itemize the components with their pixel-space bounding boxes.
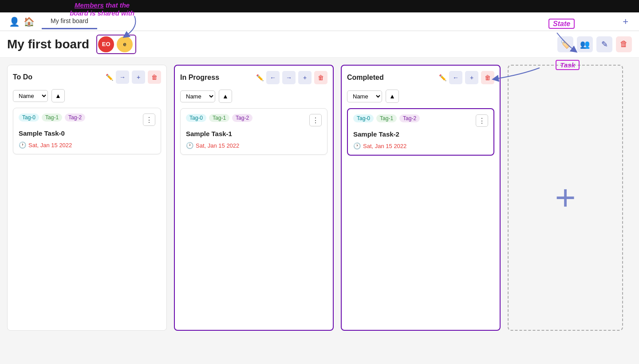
column-inprogress-sort-dir-button[interactable]: ▲ <box>219 90 232 103</box>
edit-board-button[interactable]: ✎ <box>596 36 612 52</box>
top-bar <box>0 0 639 12</box>
task-card-2-date: 🕐 Sat, Jan 15 2022 <box>353 142 488 149</box>
task-card-2-date-text: Sat, Jan 15 2022 <box>363 143 406 149</box>
column-todo-sort-dir-button[interactable]: ▲ <box>51 89 65 102</box>
tag-0-label-2: Tag-0 <box>353 114 374 122</box>
column-completed-title: Completed <box>347 74 436 82</box>
task-card-0: Tag-0 Tag-1 Tag-2 ⋮ Sample Task-0 🕐 Sat,… <box>13 108 161 154</box>
task-card-2-tags: Tag-0 Tag-1 Tag-2 <box>353 114 476 122</box>
column-todo-header: To Do ✏️ → + 🗑 <box>13 70 161 84</box>
column-todo-title: To Do <box>13 73 103 81</box>
tag-0-label: Tag-0 <box>19 114 39 121</box>
clock-icon-0: 🕐 <box>19 141 26 149</box>
task-card-2: Tag-0 Tag-1 Tag-2 ⋮ Sample Task-2 🕐 Sat,… <box>347 108 494 156</box>
task-card-1-title: Sample Task-1 <box>186 130 322 137</box>
column-completed-sort-dir-button[interactable]: ▲ <box>386 90 399 103</box>
task-card-1-date-text: Sat, Jan 15 2022 <box>196 142 239 149</box>
members-button[interactable]: 👥 <box>577 36 593 52</box>
user-icon[interactable]: 👤 <box>9 16 20 27</box>
board-tab[interactable]: My first board <box>42 14 97 29</box>
task-card-1-menu-button[interactable]: ⋮ <box>309 114 322 126</box>
column-inprogress-edit-icon[interactable]: ✏️ <box>256 74 264 81</box>
column-completed-move-left-button[interactable]: ← <box>449 71 462 84</box>
tag-2-label-2: Tag-2 <box>399 114 420 122</box>
column-todo-edit-icon[interactable]: ✏️ <box>106 74 113 81</box>
home-icon[interactable]: 🏠 <box>24 16 35 27</box>
task-card-1-header: Tag-0 Tag-1 Tag-2 ⋮ <box>186 114 322 126</box>
task-card-0-date: 🕐 Sat, Jan 15 2022 <box>19 141 155 149</box>
column-inprogress-move-right-button[interactable]: → <box>282 71 296 84</box>
delete-board-button[interactable]: 🗑 <box>616 36 632 52</box>
task-card-1-date: 🕐 Sat, Jan 15 2022 <box>186 142 322 149</box>
column-todo-move-right-button[interactable]: → <box>116 70 129 84</box>
tag-1-label-2: Tag-1 <box>376 114 397 122</box>
page-wrapper: 👤 🏠 My first board + My first board Memb… <box>0 0 639 364</box>
task-card-0-date-text: Sat, Jan 15 2022 <box>28 142 72 149</box>
column-completed-header: Completed ✏️ ← + 🗑 <box>347 71 494 84</box>
column-completed-sort-row: Name Date Priority ▲ <box>347 90 494 103</box>
column-todo: To Do ✏️ → + 🗑 Name Date Priority ▲ Tag-… <box>7 65 167 331</box>
column-todo-sort-select[interactable]: Name Date Priority <box>13 90 48 102</box>
tags-button[interactable]: 🏷️ <box>557 36 573 52</box>
task-card-0-tags: Tag-0 Tag-1 Tag-2 <box>19 114 143 121</box>
task-card-1: Tag-0 Tag-1 Tag-2 ⋮ Sample Task-1 🕐 Sat,… <box>180 108 327 155</box>
task-card-2-title: Sample Task-2 <box>353 130 488 138</box>
column-inprogress-sort-select[interactable]: Name Date Priority <box>180 90 215 102</box>
board-area: To Do ✏️ → + 🗑 Name Date Priority ▲ Tag-… <box>0 58 639 364</box>
add-column-area[interactable]: + <box>508 65 623 331</box>
column-completed: Task Completed ✏️ ← + 🗑 <box>341 65 501 331</box>
tag-1-label-1: Tag-1 <box>209 114 229 122</box>
column-inprogress-delete-button[interactable]: 🗑 <box>314 71 327 84</box>
task-card-2-menu-button[interactable]: ⋮ <box>476 114 488 127</box>
header-actions: 🏷️ 👥 ✎ 🗑 <box>557 36 632 52</box>
add-board-button[interactable]: + <box>617 16 634 27</box>
clock-icon-2: 🕐 <box>353 142 361 149</box>
avatar-e[interactable]: e <box>117 36 133 52</box>
avatar-eo[interactable]: EO <box>98 36 114 52</box>
tag-2-label: Tag-2 <box>65 114 85 121</box>
add-column-plus-icon: + <box>555 180 576 215</box>
task-card-0-title: Sample Task-0 <box>19 129 155 137</box>
column-completed-sort-select[interactable]: Name Date Priority <box>347 90 382 102</box>
tag-2-label-1: Tag-2 <box>232 114 252 122</box>
main-header: My first board Members that theboard is … <box>0 31 639 58</box>
column-completed-add-button[interactable]: + <box>465 71 478 84</box>
task-card-2-header: Tag-0 Tag-1 Tag-2 ⋮ <box>353 114 488 127</box>
column-todo-sort-row: Name Date Priority ▲ <box>13 89 161 102</box>
task-card-0-header: Tag-0 Tag-1 Tag-2 ⋮ <box>19 114 155 126</box>
task-card-0-menu-button[interactable]: ⋮ <box>143 114 155 126</box>
column-inprogress: In Progress ✏️ ← → + 🗑 Name Date Priorit… <box>174 65 334 331</box>
board-title: My first board <box>7 37 89 51</box>
clock-icon-1: 🕐 <box>186 142 193 149</box>
column-inprogress-add-button[interactable]: + <box>298 71 312 84</box>
tag-0-label-1: Tag-0 <box>186 114 206 122</box>
column-todo-add-button[interactable]: + <box>132 70 145 84</box>
avatar-group: EO e <box>96 35 136 54</box>
column-inprogress-move-left-button[interactable]: ← <box>266 71 280 84</box>
tag-1-label: Tag-1 <box>42 114 62 121</box>
task-card-1-tags: Tag-0 Tag-1 Tag-2 <box>186 114 309 122</box>
column-completed-edit-icon[interactable]: ✏️ <box>439 74 446 81</box>
column-todo-delete-button[interactable]: 🗑 <box>148 70 161 84</box>
column-inprogress-sort-row: Name Date Priority ▲ <box>180 90 327 103</box>
column-inprogress-title: In Progress <box>180 74 253 82</box>
column-inprogress-header: In Progress ✏️ ← → + 🗑 <box>180 71 327 84</box>
column-completed-delete-button[interactable]: 🗑 <box>481 71 494 84</box>
